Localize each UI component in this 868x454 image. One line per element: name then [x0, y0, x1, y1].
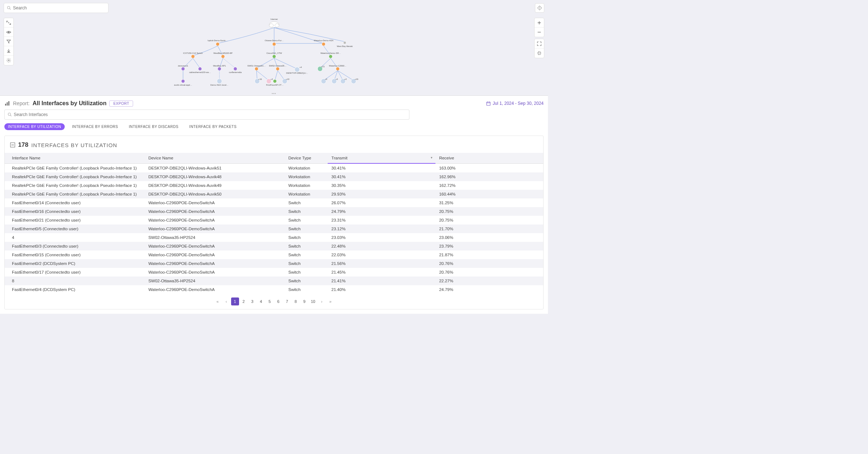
- visibility-button[interactable]: [4, 27, 13, 37]
- table-cell: Switch: [285, 285, 328, 294]
- interfaces-search[interactable]: [4, 110, 409, 120]
- page-9[interactable]: 9: [301, 297, 309, 305]
- table-cell: 20.76%: [435, 268, 543, 277]
- collapse-icon: [537, 51, 542, 56]
- table-cell: FastEthernet0/17 (Connectedto user): [5, 268, 145, 277]
- table-row[interactable]: FastEthernet0/16 (Connectedto user)Water…: [5, 207, 543, 216]
- svg-point-34: [181, 80, 185, 83]
- col-header-interface-name[interactable]: Interface Name: [5, 153, 145, 163]
- page-1[interactable]: 1: [231, 297, 239, 305]
- table-cell: Waterloo-C2960POE-DemoSwitchA: [145, 268, 285, 277]
- fullscreen-button[interactable]: [535, 39, 544, 48]
- tab-interface-by-utilization[interactable]: INTERFACE BY UTILIZATION: [4, 123, 65, 130]
- table-row[interactable]: FastEthernet0/15 (Connectedto user)Water…: [5, 250, 543, 259]
- topology-graph[interactable]: Internet Iqaluit-Demo-Sonic… Ottawa-Demo…: [166, 16, 383, 90]
- page-3[interactable]: 3: [248, 297, 256, 305]
- zoom-in-button[interactable]: [535, 18, 544, 27]
- table-row[interactable]: FastEthernet0/5 (Connectedto user)Waterl…: [5, 224, 543, 233]
- global-search-input[interactable]: [13, 5, 105, 10]
- page-first[interactable]: «: [214, 297, 222, 305]
- svg-point-25: [217, 67, 221, 71]
- table-cell: FastEthernet0/21 (Connectedto user): [5, 216, 145, 224]
- table-cell: Switch: [285, 259, 328, 268]
- gear-icon: [6, 58, 11, 63]
- svg-text:+4: +4: [299, 66, 302, 68]
- page-2[interactable]: 2: [240, 297, 248, 305]
- fit-button[interactable]: [535, 48, 544, 58]
- node-label: WestBay AP1: [213, 65, 226, 67]
- col-header-device-name[interactable]: Device Name: [145, 153, 285, 163]
- collapse-section-icon[interactable]: [10, 142, 15, 147]
- node-label: cablesthernet100-wa…: [189, 71, 210, 73]
- export-button[interactable]: EXPORT: [109, 100, 133, 107]
- page-next[interactable]: ›: [318, 297, 326, 305]
- table-cell: 23.12%: [328, 224, 435, 233]
- svg-point-27: [255, 67, 258, 71]
- table-cell: 30.35%: [328, 181, 435, 190]
- node-label: Ottawa-Demo-For…: [264, 39, 284, 42]
- settings-button[interactable]: [4, 56, 13, 65]
- table-row[interactable]: RealtekPCIe GbE Family Controller! (Loop…: [5, 163, 543, 172]
- topology-map[interactable]: Internet Iqaluit-Demo-Sonic… Ottawa-Demo…: [0, 16, 548, 92]
- page-8[interactable]: 8: [292, 297, 300, 305]
- panel-resize-handle[interactable]: •••: [0, 92, 548, 95]
- col-header-transmit[interactable]: Transmit▾: [328, 153, 435, 163]
- table-row[interactable]: 4SW02-Ottawa35-HP2524Switch23.03%23.06%: [5, 233, 543, 242]
- page-5[interactable]: 5: [266, 297, 274, 305]
- col-header-receive[interactable]: Receive: [435, 153, 543, 163]
- table-row[interactable]: FastEthernet0/2 (DCDSystem PC)Waterloo-C…: [5, 259, 543, 268]
- page-6[interactable]: 6: [275, 297, 282, 305]
- filter-button[interactable]: [4, 37, 13, 46]
- report-name: All Interfaces by Utilization: [33, 100, 106, 107]
- svg-point-16: [272, 42, 276, 46]
- table-cell: Switch: [285, 250, 328, 259]
- table-row[interactable]: FastEthernet0/21 (Connectedto user)Water…: [5, 216, 543, 224]
- tab-interface-by-errors[interactable]: INTERFACE BY ERRORS: [68, 123, 122, 130]
- svg-point-18: [343, 41, 346, 44]
- page-4[interactable]: 4: [257, 297, 265, 305]
- topology-right-toolbar: [534, 18, 544, 58]
- svg-point-33: [336, 67, 339, 71]
- page-prev[interactable]: ‹: [222, 297, 230, 305]
- layout-button[interactable]: [4, 18, 13, 27]
- eye-icon: [6, 30, 11, 35]
- svg-rect-51: [5, 104, 6, 106]
- table-cell: Switch: [285, 224, 328, 233]
- table-row[interactable]: FastEthernet0/4 (DCDSystem PC)Waterloo-C…: [5, 285, 543, 294]
- tab-interface-by-discards[interactable]: INTERFACE BY DISCARDS: [125, 123, 182, 130]
- table-row[interactable]: RealtekPCIe GbE Family Controller! (Loop…: [5, 172, 543, 181]
- download-button[interactable]: [4, 46, 13, 56]
- page-10[interactable]: 10: [309, 297, 317, 305]
- page-last[interactable]: »: [327, 297, 335, 305]
- calendar-icon: [486, 101, 491, 106]
- table-cell: Waterloo-C2960POE-DemoSwitchA: [145, 216, 285, 224]
- table-cell: DESKTOP-DBE2QLI-Windows-Auvik51: [145, 163, 285, 172]
- top-bar: [0, 0, 548, 16]
- interfaces-search-input[interactable]: [14, 112, 406, 117]
- node-label: auvik-virtual-appl…: [174, 84, 192, 86]
- svg-rect-53: [8, 101, 9, 106]
- svg-point-11: [8, 60, 9, 61]
- page-7[interactable]: 7: [283, 297, 291, 305]
- plus-icon: [537, 20, 542, 25]
- table-row[interactable]: FastEthernet0/3 (Connectedto user)Waterl…: [5, 242, 543, 250]
- node-label: CiscoASA_OTW: [266, 52, 282, 54]
- locate-button[interactable]: [535, 3, 544, 13]
- table-cell: Workstation: [285, 163, 328, 172]
- table-row[interactable]: 8SW02-Ottawa35-HP2524Switch21.41%22.27%: [5, 277, 543, 285]
- svg-point-26: [233, 67, 237, 71]
- svg-point-3: [539, 8, 540, 9]
- svg-point-15: [216, 42, 219, 46]
- table-row[interactable]: RealtekPCIe GbE Family Controller! (Loop…: [5, 190, 543, 198]
- global-search[interactable]: [4, 3, 109, 13]
- svg-point-28: [276, 67, 279, 71]
- col-header-device-type[interactable]: Device Type: [285, 153, 328, 163]
- date-range-picker[interactable]: Jul 1, 2024 - Sep 30, 2024: [486, 101, 544, 106]
- filter-icon: [6, 39, 11, 44]
- table-row[interactable]: FastEthernet0/17 (Connectedto user)Water…: [5, 268, 543, 277]
- zoom-out-button[interactable]: [535, 27, 544, 37]
- search-icon: [8, 112, 12, 117]
- tab-interface-by-packets[interactable]: INTERFACE BY PACKETS: [186, 123, 240, 130]
- table-row[interactable]: RealtekPCIe GbE Family Controller! (Loop…: [5, 181, 543, 190]
- table-row[interactable]: FastEthernet0/14 (Connectedto user)Water…: [5, 198, 543, 207]
